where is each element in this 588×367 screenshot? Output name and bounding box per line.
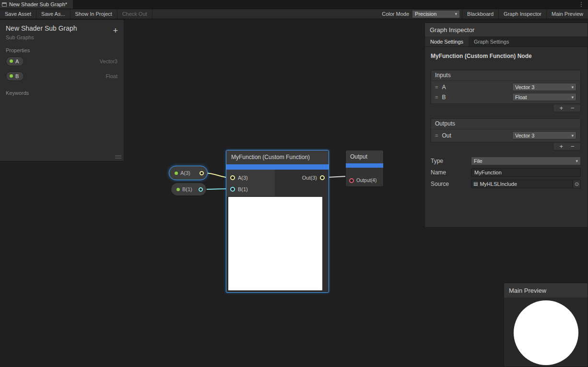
blackboard-header: New Shader Sub Graph Sub Graphs + (0, 20, 124, 40)
input-port-label: A(3) (238, 175, 248, 181)
input-type-dropdown[interactable]: Vector 3 ▾ (512, 83, 576, 91)
outputs-list-footer: + − (553, 142, 581, 150)
property-node-a[interactable]: A(3) (169, 166, 208, 180)
property-row: A Vector3 (0, 54, 124, 68)
add-output-button[interactable]: + (559, 143, 563, 150)
overflow-glyph: ⋮ (578, 1, 584, 8)
drag-handle-icon[interactable]: = (435, 94, 438, 100)
inspected-node-header: MyFunction (Custom Function) Node (431, 53, 581, 59)
window-icon (2, 2, 7, 7)
object-picker-icon[interactable]: ⊙ (573, 180, 580, 188)
source-object-field[interactable]: ▤ MyHLSLInclude ⊙ (471, 180, 581, 188)
input-port-a[interactable] (230, 175, 235, 180)
add-input-button[interactable]: + (559, 104, 563, 112)
node-accent-strip (226, 164, 329, 170)
toolbar: Save Asset Save As... Show In Project Ch… (0, 9, 588, 19)
main-preview-title: Main Preview (504, 283, 588, 298)
output-port-label: Out(3) (302, 175, 317, 181)
input-type-value: Float (515, 94, 527, 100)
output-input-port[interactable] (349, 178, 354, 183)
input-port-label: B(1) (238, 186, 248, 192)
add-property-button[interactable]: + (113, 26, 118, 35)
output-type-value: Vector 3 (515, 133, 534, 138)
function-name-field[interactable] (471, 168, 581, 177)
properties-section-label: Properties (0, 47, 124, 53)
main-preview-panel: Main Preview (504, 283, 588, 367)
input-port-row: B(1) (226, 184, 275, 195)
preview-sphere (514, 300, 578, 365)
chevron-down-icon: ▾ (576, 159, 578, 163)
property-a-output-port[interactable] (200, 171, 204, 175)
property-type: Float (106, 73, 118, 79)
toolbar-spacer (153, 9, 379, 19)
chevron-down-icon: ▾ (571, 133, 574, 138)
tab-strip: New Shader Sub Graph* ⋮ (0, 0, 588, 9)
inputs-list-row[interactable]: = A Vector 3 ▾ (431, 82, 580, 92)
source-object-name: MyHLSLInclude (480, 181, 571, 187)
blackboard-toggle-button[interactable]: Blackboard (462, 9, 498, 19)
save-as-button[interactable]: Save As... (36, 9, 71, 19)
graph-inspector-toggle-button[interactable]: Graph Inspector (498, 9, 546, 19)
show-in-project-button[interactable]: Show In Project (71, 9, 118, 19)
input-name: A (442, 84, 508, 91)
chevron-down-icon: ▾ (571, 95, 574, 100)
property-pill-b[interactable]: B (6, 71, 24, 81)
output-node[interactable]: Output Output(4) (345, 150, 384, 187)
output-port-row: Out(3) (275, 172, 329, 184)
output-node-port-row: Output(4) (346, 168, 383, 187)
output-port-out[interactable] (320, 175, 325, 180)
property-name: A (15, 58, 19, 64)
graph-inspector-panel: Graph Inspector Node Settings Graph Sett… (424, 23, 588, 228)
node-accent-strip (346, 163, 383, 168)
node-ports: A(3) B(1) Out(3) (226, 170, 329, 196)
source-type-value: File (474, 158, 482, 164)
inspector-body: MyFunction (Custom Function) Node Inputs… (425, 47, 588, 227)
overflow-menu-icon[interactable]: ⋮ (575, 0, 588, 9)
chevron-down-icon: ▾ (455, 11, 458, 16)
source-type-dropdown[interactable]: File ▾ (471, 157, 581, 165)
property-node-b[interactable]: B(1) (171, 183, 207, 196)
shader-graph-window: New Shader Sub Graph* ⋮ Save Asset Save … (0, 0, 588, 367)
script-asset-icon: ▤ (473, 182, 478, 186)
remove-output-button[interactable]: − (571, 143, 575, 150)
graph-inspector-title: Graph Inspector (425, 23, 588, 36)
color-mode-dropdown[interactable]: Precision ▾ (412, 10, 460, 18)
check-out-button: Check Out (118, 9, 153, 19)
outputs-list-row[interactable]: = Out Vector 3 ▾ (431, 130, 580, 140)
property-b-output-port[interactable] (199, 187, 203, 192)
outputs-list: Outputs = Out Vector 3 ▾ (431, 118, 581, 142)
property-node-label: A(3) (180, 170, 190, 176)
blackboard-panel: New Shader Sub Graph Sub Graphs + Proper… (0, 19, 124, 161)
input-type-dropdown[interactable]: Float ▾ (512, 93, 576, 101)
inputs-list-row[interactable]: = B Float ▾ (431, 92, 580, 102)
inputs-list-header: Inputs (431, 70, 580, 81)
property-pill-a[interactable]: A (6, 57, 24, 66)
custom-function-node[interactable]: MyFunction (Custom Function) A(3) B(1) O… (226, 150, 329, 293)
property-name: B (15, 73, 19, 79)
main-preview-toggle-button[interactable]: Main Preview (546, 9, 588, 19)
resize-handle[interactable] (115, 155, 121, 159)
tab-node-settings[interactable]: Node Settings (425, 36, 469, 46)
color-mode-value: Precision (415, 11, 436, 17)
inputs-list-footer: + − (553, 104, 581, 112)
keywords-section-label: Keywords (0, 90, 124, 96)
input-ports-column: A(3) B(1) (226, 170, 275, 196)
property-dot-icon (175, 172, 178, 175)
drag-handle-icon[interactable]: = (435, 84, 438, 90)
save-asset-button[interactable]: Save Asset (0, 9, 36, 19)
name-label: Name (431, 169, 471, 176)
input-port-b[interactable] (230, 187, 235, 192)
tab-title: New Shader Sub Graph* (9, 1, 67, 7)
remove-input-button[interactable]: − (571, 104, 575, 112)
name-field-row: Name (431, 168, 581, 177)
main-preview-viewport[interactable] (504, 298, 588, 367)
source-label: Source (431, 181, 471, 187)
output-ports-column: Out(3) (275, 170, 329, 196)
output-type-dropdown[interactable]: Vector 3 ▾ (512, 131, 576, 139)
property-dot-icon (176, 188, 180, 191)
tab-new-shader-sub-graph[interactable]: New Shader Sub Graph* (0, 0, 73, 9)
type-field-row: Type File ▾ (431, 157, 581, 165)
property-dot-icon (10, 59, 13, 63)
tab-graph-settings[interactable]: Graph Settings (469, 36, 514, 46)
drag-handle-icon[interactable]: = (435, 133, 438, 138)
